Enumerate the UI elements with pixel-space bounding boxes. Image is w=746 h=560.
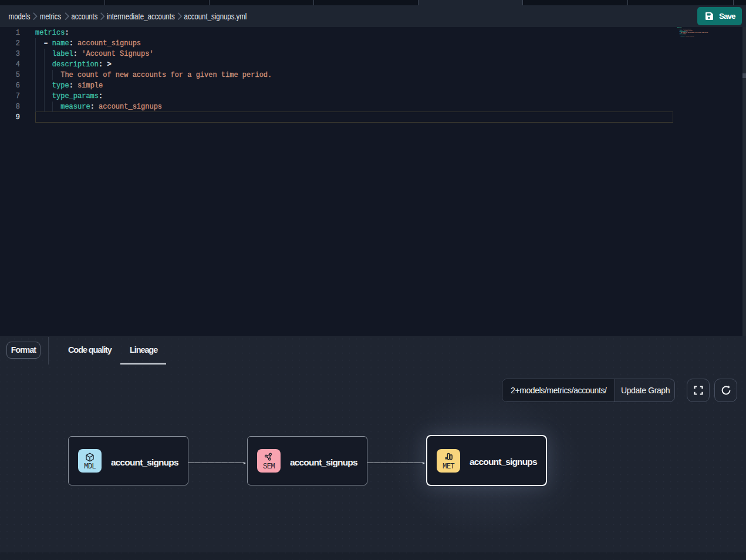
svg-text:intermediate_accounts: intermediate_accounts [107, 11, 175, 21]
svg-text:account_signups.yml: account_signups.yml [184, 11, 247, 21]
svg-text:accounts: accounts [72, 11, 98, 21]
svg-text:models: models [9, 11, 31, 21]
svg-text:metrics: metrics [40, 11, 61, 21]
